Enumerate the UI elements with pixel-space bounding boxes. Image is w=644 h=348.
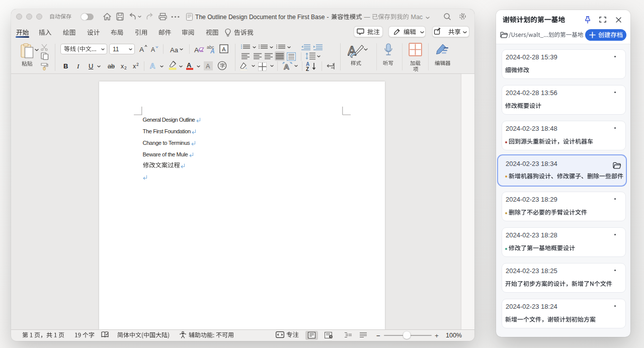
svg-text:A: A <box>284 62 289 70</box>
svg-text:A: A <box>150 62 155 70</box>
